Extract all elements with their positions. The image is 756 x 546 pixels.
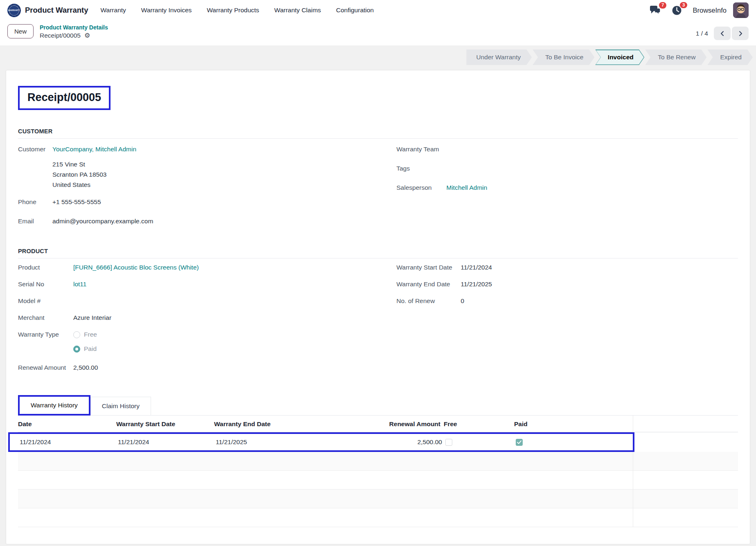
customer-label: Customer xyxy=(18,146,52,153)
radio-unchecked-icon xyxy=(73,331,80,338)
breadcrumb: Product Warranty Details Receipt/00005 ⚙ xyxy=(40,24,108,39)
warranty-type-paid-radio[interactable]: Paid xyxy=(73,345,97,353)
activities-button[interactable]: 3 xyxy=(672,5,682,16)
warranty-end-date-field[interactable]: 11/21/2025 xyxy=(461,281,492,288)
col-header-warranty-end-date[interactable]: Warranty End Date xyxy=(214,420,337,428)
table-row-highlight: 11/21/2024 11/21/2024 11/21/2025 2,500.0… xyxy=(8,432,634,452)
col-header-renewal-amount[interactable]: Renewal Amount xyxy=(337,420,440,428)
table-header-row: Date Warranty Start Date Warranty End Da… xyxy=(18,416,738,432)
email-label: Email xyxy=(18,218,52,225)
empty-table-row xyxy=(18,490,738,508)
statusbar: Under Warranty To Be Invoice Invoiced To… xyxy=(0,45,756,65)
record-title[interactable]: Receipt/00005 xyxy=(27,91,101,104)
user-avatar xyxy=(733,2,749,18)
menu-configuration[interactable]: Configuration xyxy=(336,7,374,14)
col-header-paid[interactable]: Paid xyxy=(514,420,633,428)
status-under-warranty[interactable]: Under Warranty xyxy=(466,49,532,65)
pager-counter: 1 / 4 xyxy=(696,30,708,37)
serial-no-label: Serial No xyxy=(18,281,73,288)
gear-icon[interactable]: ⚙ xyxy=(84,32,90,39)
user-name: BrowseInfo xyxy=(693,7,727,14)
warranty-type-paid-label: Paid xyxy=(84,345,97,353)
email-field[interactable]: admin@yourcompany.example.com xyxy=(52,218,153,225)
chevron-right-icon xyxy=(738,31,743,36)
free-checkbox[interactable] xyxy=(445,439,452,446)
breadcrumb-current: Receipt/00005 xyxy=(40,32,81,39)
tags-label: Tags xyxy=(397,165,447,172)
warranty-type-free-label: Free xyxy=(84,331,97,338)
salesperson-label: Salesperson xyxy=(397,184,447,191)
user-menu[interactable]: BrowseInfo xyxy=(693,2,749,18)
cell-date: 11/21/2024 xyxy=(20,438,118,446)
paid-checkbox[interactable] xyxy=(516,439,523,446)
status-to-be-invoice[interactable]: To Be Invoice xyxy=(533,49,594,65)
menu-warranty-claims[interactable]: Warranty Claims xyxy=(274,7,321,14)
cell-warranty-start-date: 11/21/2024 xyxy=(118,438,216,446)
new-button[interactable]: New xyxy=(7,24,34,38)
check-icon xyxy=(517,440,521,444)
renewal-amount-field[interactable]: 2,500.00 xyxy=(73,364,98,371)
messages-badge: 7 xyxy=(659,2,666,9)
radio-checked-icon xyxy=(73,346,80,353)
control-panel: New Product Warranty Details Receipt/000… xyxy=(0,20,756,45)
status-expired[interactable]: Expired xyxy=(707,49,753,65)
main-menu: Warranty Warranty Invoices Warranty Prod… xyxy=(101,7,374,14)
tab-claim-history[interactable]: Claim History xyxy=(90,397,151,415)
warranty-end-date-label: Warranty End Date xyxy=(397,281,461,288)
product-label: Product xyxy=(18,264,73,271)
phone-field[interactable]: +1 555-555-5555 xyxy=(52,198,101,206)
top-navbar: WARRANTY Product Warranty Warranty Warra… xyxy=(0,0,756,20)
status-invoiced-active[interactable]: Invoiced xyxy=(595,49,644,65)
warranty-history-table: Date Warranty Start Date Warranty End Da… xyxy=(18,416,738,527)
product-field[interactable]: [FURN_6666] Acoustic Bloc Screens (White… xyxy=(73,264,199,271)
warranty-seal-label: WARRANTY xyxy=(9,5,19,16)
record-title-highlight: Receipt/00005 xyxy=(18,86,111,110)
model-label: Model # xyxy=(18,297,73,305)
customer-address-line2: Scranton PA 18503 xyxy=(52,171,360,178)
empty-table-row xyxy=(18,508,738,527)
col-header-warranty-start-date[interactable]: Warranty Start Date xyxy=(116,420,214,428)
menu-warranty-products[interactable]: Warranty Products xyxy=(207,7,259,14)
customer-address-line3: United States xyxy=(52,181,360,189)
tab-warranty-history[interactable]: Warranty History xyxy=(18,395,90,416)
app-brand[interactable]: WARRANTY Product Warranty xyxy=(7,4,88,17)
app-title: Product Warranty xyxy=(25,6,88,15)
table-row[interactable]: 11/21/2024 11/21/2024 11/21/2025 2,500.0… xyxy=(10,434,633,450)
menu-warranty-invoices[interactable]: Warranty Invoices xyxy=(141,7,192,14)
no-of-renew-field[interactable]: 0 xyxy=(461,297,465,305)
col-header-date[interactable]: Date xyxy=(18,420,116,428)
empty-table-row xyxy=(18,471,738,490)
salesperson-field[interactable]: Mitchell Admin xyxy=(447,184,487,191)
col-header-free[interactable]: Free xyxy=(440,420,514,428)
chevron-left-icon xyxy=(720,31,725,36)
customer-address-line1: 215 Vine St xyxy=(52,161,360,168)
product-section: Product [FURN_6666] Acoustic Bloc Screen… xyxy=(18,258,738,376)
serial-no-field[interactable]: lot11 xyxy=(73,281,86,288)
merchant-field[interactable]: Azure Interiar xyxy=(73,314,111,321)
pager-next-button[interactable] xyxy=(732,27,749,40)
merchant-label: Merchant xyxy=(18,314,73,321)
warranty-start-date-label: Warranty Start Date xyxy=(397,264,461,271)
warranty-seal-icon: WARRANTY xyxy=(7,4,21,17)
record-pager: 1 / 4 xyxy=(696,24,749,40)
warranty-type-free-radio[interactable]: Free xyxy=(73,331,97,338)
status-invoiced-label: Invoiced xyxy=(596,50,644,65)
no-of-renew-label: No. of Renew xyxy=(397,297,461,305)
warranty-type-label: Warranty Type xyxy=(18,331,73,338)
breadcrumb-parent[interactable]: Product Warranty Details xyxy=(40,24,108,31)
cell-renewal-amount: 2,500.00 xyxy=(339,438,442,446)
warranty-start-date-field[interactable]: 11/21/2024 xyxy=(461,264,492,271)
notebook-tabs: Warranty History Claim History xyxy=(18,395,738,416)
renewal-amount-label: Renewal Amount xyxy=(18,364,73,371)
cell-warranty-end-date: 11/21/2025 xyxy=(216,438,339,446)
status-to-be-renew[interactable]: To Be Renew xyxy=(645,49,706,65)
menu-warranty[interactable]: Warranty xyxy=(101,7,126,14)
phone-label: Phone xyxy=(18,198,52,206)
pager-previous-button[interactable] xyxy=(714,27,731,40)
form-sheet: Receipt/00005 CUSTOMER Customer YourComp… xyxy=(6,70,750,544)
warranty-team-label: Warranty Team xyxy=(397,146,447,153)
activities-badge: 3 xyxy=(680,2,687,9)
empty-table-row xyxy=(18,452,738,471)
customer-field[interactable]: YourCompany, Mitchell Admin xyxy=(52,146,136,153)
messages-button[interactable]: 7 xyxy=(650,5,661,15)
